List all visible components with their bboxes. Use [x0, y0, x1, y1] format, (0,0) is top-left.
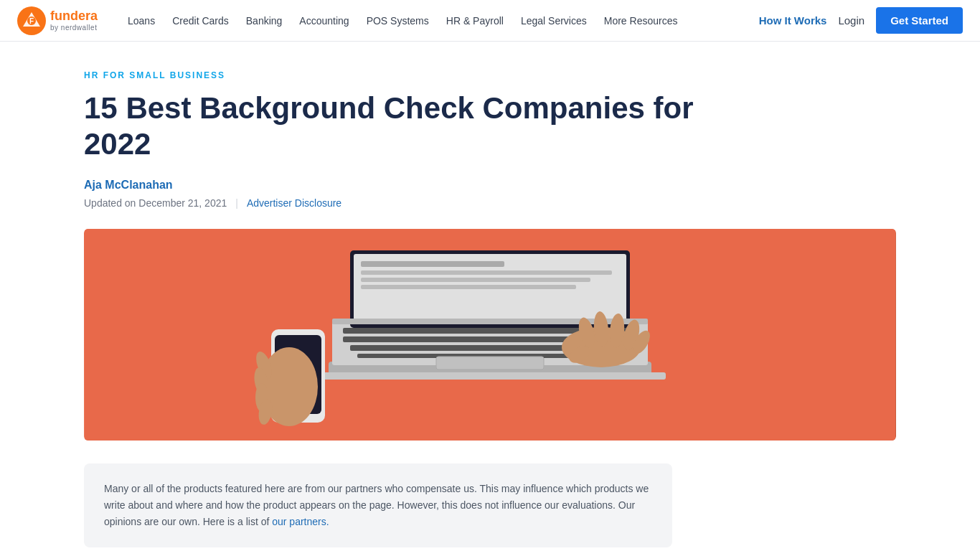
svg-rect-16 — [361, 270, 612, 275]
nav-loans[interactable]: Loans — [121, 11, 162, 31]
svg-rect-18 — [361, 285, 576, 289]
main-nav: F fundera by nerdwallet Loans Credit Car… — [0, 0, 980, 42]
how-it-works-link[interactable]: How It Works — [759, 14, 827, 27]
get-started-button[interactable]: Get Started — [876, 7, 963, 34]
meta-row: Updated on December 21, 2021 | Advertise… — [84, 197, 896, 209]
logo-sub: by nerdwallet — [50, 24, 98, 32]
advertiser-disclosure-link[interactable]: Advertiser Disclosure — [247, 197, 341, 209]
disclaimer-text: Many or all of the products featured her… — [104, 481, 652, 530]
login-link[interactable]: Login — [838, 14, 864, 27]
nav-right: How It Works Login Get Started — [759, 7, 963, 34]
nav-pos-systems[interactable]: POS Systems — [359, 11, 436, 31]
svg-rect-12 — [436, 357, 544, 369]
author-name[interactable]: Aja McClanahan — [84, 179, 896, 192]
logo-text: fundera — [50, 9, 98, 24]
hero-image — [84, 229, 896, 441]
svg-rect-15 — [361, 261, 504, 267]
disclaimer-box: Many or all of the products featured her… — [84, 463, 672, 547]
article-title: 15 Best Background Check Companies for 2… — [84, 90, 701, 163]
nav-more-resources[interactable]: More Resources — [597, 11, 685, 31]
nav-accounting[interactable]: Accounting — [292, 11, 356, 31]
main-content: HR FOR SMALL BUSINESS 15 Best Background… — [67, 42, 913, 547]
updated-date: Updated on December 21, 2021 — [84, 197, 227, 209]
nav-links: Loans Credit Cards Banking Accounting PO… — [121, 11, 759, 31]
svg-text:F: F — [29, 17, 34, 25]
nav-hr-payroll[interactable]: HR & Payroll — [439, 11, 511, 31]
svg-rect-17 — [361, 278, 590, 282]
nav-legal-services[interactable]: Legal Services — [514, 11, 594, 31]
meta-divider: | — [235, 197, 238, 209]
nav-banking[interactable]: Banking — [239, 11, 290, 31]
our-partners-link[interactable]: our partners. — [272, 516, 329, 527]
logo[interactable]: F fundera by nerdwallet — [17, 6, 98, 35]
category-label: HR FOR SMALL BUSINESS — [84, 70, 896, 80]
nav-credit-cards[interactable]: Credit Cards — [165, 11, 236, 31]
svg-rect-6 — [314, 372, 666, 380]
